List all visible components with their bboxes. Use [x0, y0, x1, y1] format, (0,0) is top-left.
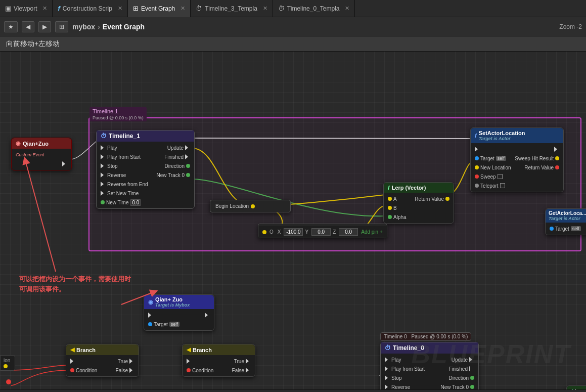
custom-event-node[interactable]: ◉ Qian+Zuo Custom Event: [11, 138, 72, 170]
construction-icon: f: [58, 5, 60, 12]
custom-event-header: ◉ Qian+Zuo: [12, 138, 71, 149]
branch1-node[interactable]: ◀ Branch True Condition False: [66, 344, 139, 377]
bottom-bar: ⚙ Compiler Results: [0, 389, 586, 392]
tab-viewport-label: Viewport: [14, 5, 37, 12]
comment-frame-label: Timeline 1 Paused @ 0.00 s (0.0 %): [89, 107, 147, 121]
get-actor-location-node[interactable]: GetActorLoca... Target is Actor Target s…: [545, 208, 586, 235]
annotation-text1: 可以把框内设为一个事件，需要使用时 可调用该事件。: [19, 274, 131, 294]
timeline0-body: Play Update Play from Start Finished: [381, 354, 478, 389]
lerp-header: f Lerp (Vector): [384, 183, 454, 193]
viewport-icon: ▣: [5, 5, 11, 12]
canvas[interactable]: Timeline 1 Paused @ 0.00 s (0.0 %) ◉ Qia…: [0, 52, 586, 389]
tab-close-viewport[interactable]: ✕: [42, 5, 47, 12]
set-actor-location-node[interactable]: f SetActorLocation Target is Actor Targe…: [470, 127, 564, 192]
tab-close-timeline3[interactable]: ✕: [263, 5, 267, 12]
tab-timeline3-label: Timeline_3_Templa: [205, 5, 257, 12]
grid-button[interactable]: ⊞: [55, 21, 68, 32]
branch1-body: True Condition False: [66, 355, 139, 376]
add-pin-button[interactable]: Add pin +: [361, 229, 383, 235]
tab-construction-label: Construction Scrip: [63, 5, 112, 12]
vector-z-input[interactable]: [339, 228, 358, 236]
toolbar: ★ ◀ ▶ ⊞ mybox › Event Graph Zoom -2: [0, 17, 586, 36]
timeline1-body: Play Update Play from Start Finished: [97, 142, 194, 208]
begin-location-node[interactable]: Begin Location: [210, 200, 291, 212]
branch2-node[interactable]: ◀ Branch True Condition False: [182, 344, 255, 377]
vector-y-input[interactable]: [311, 228, 331, 236]
tab-timeline3[interactable]: ⏱ Timeline_3_Templa ✕: [191, 0, 273, 17]
timeline0-node[interactable]: ⏱ Timeline_0 Play Update: [380, 342, 479, 389]
qian-zuo-node2[interactable]: ◉ Qian+ Zuo Target is Mybox Target self: [144, 294, 214, 331]
back-button[interactable]: ◀: [22, 21, 34, 32]
lerp-body: A Return Value B Alpha: [384, 193, 454, 223]
tab-timeline0[interactable]: ⏱ Timeline_0_Templa ✕: [273, 0, 355, 17]
tab-bar: ▣ Viewport ✕ f Construction Scrip ✕ ⊞ Ev…: [0, 0, 586, 17]
lerp2-node[interactable]: f Ler... A B: [566, 385, 586, 389]
tab-event-graph-label: Event Graph: [141, 5, 175, 12]
tab-construction[interactable]: f Construction Scrip ✕: [53, 0, 127, 17]
breadcrumb-current: Event Graph: [103, 23, 145, 31]
vector-x-input[interactable]: [284, 228, 303, 236]
breadcrumb: mybox › Event Graph: [72, 23, 145, 31]
timeline0-icon: ⏱: [278, 5, 285, 12]
branch2-body: True Condition False: [183, 355, 255, 376]
tab-timeline0-label: Timeline_0_Templa: [287, 5, 340, 12]
event-graph-icon: ⊞: [133, 5, 139, 12]
set-actor-location-header: f SetActorLocation Target is Actor: [471, 128, 563, 143]
forward-button[interactable]: ▶: [38, 21, 51, 32]
lerp-vector-node[interactable]: f Lerp (Vector) A Return Value B: [383, 182, 454, 224]
set-actor-body: Target self Sweep Hit Result New Locatio…: [471, 143, 563, 192]
comment-bar: 向前移动+左移动: [0, 36, 586, 52]
tab-close-event[interactable]: ✕: [181, 5, 185, 12]
tab-close-construction[interactable]: ✕: [118, 5, 122, 12]
timeline1-title-bar: ⏱ Timeline_1: [97, 130, 194, 142]
timeline0-title-bar: ⏱ Timeline_0: [381, 342, 478, 354]
tab-viewport[interactable]: ▣ Viewport ✕: [0, 0, 53, 17]
branch1-header: ◀ Branch: [66, 344, 139, 355]
tab-close-timeline0[interactable]: ✕: [345, 5, 349, 12]
qian-zuo2-body: Target self: [144, 309, 214, 330]
timeline0-frame: Timeline 0 Paused @ 0.00 s (0.0 %) ⏱ Tim…: [380, 332, 479, 389]
tab-event-graph[interactable]: ⊞ Event Graph ✕: [128, 0, 191, 17]
breadcrumb-root[interactable]: mybox: [72, 23, 95, 31]
red-dot-1: [6, 379, 11, 384]
home-button[interactable]: ★: [4, 21, 18, 32]
branch2-header: ◀ Branch: [183, 344, 255, 355]
timeline1-node[interactable]: ⏱ Timeline_1 Play Update Play from Start: [96, 130, 195, 209]
exec-out-pin: [62, 161, 67, 166]
make-vector-node[interactable]: O X Y Z Add pin +: [258, 224, 387, 238]
zoom-label: Zoom -2: [559, 23, 582, 30]
comment-bar-text: 向前移动+左移动: [6, 39, 60, 49]
svg-line-0: [25, 160, 56, 272]
timeline3-icon: ⏱: [196, 5, 202, 12]
breadcrumb-separator: ›: [98, 23, 100, 31]
partial-left-node: ion: [0, 355, 15, 371]
